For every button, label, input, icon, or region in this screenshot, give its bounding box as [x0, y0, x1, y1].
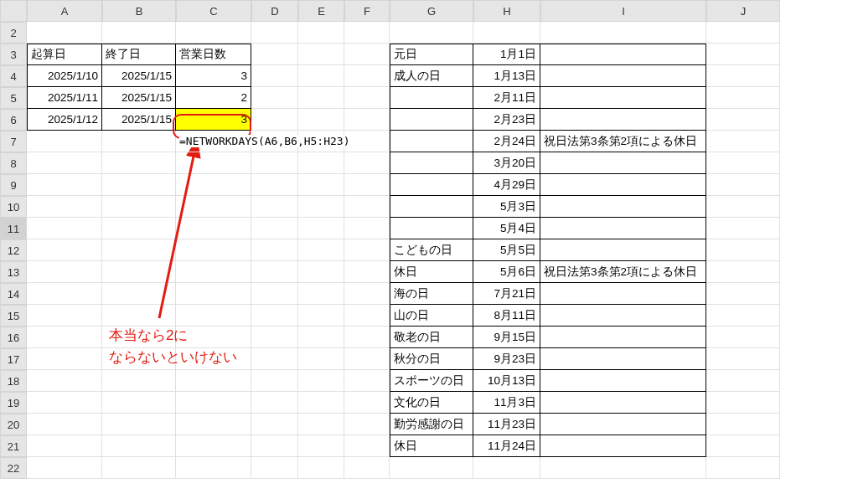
cell-C18[interactable]: [176, 370, 251, 392]
cell-A7[interactable]: [27, 131, 102, 152]
cell-D14[interactable]: [251, 283, 298, 305]
row-header-19[interactable]: 19: [0, 392, 27, 414]
row-header-7[interactable]: 7: [0, 131, 27, 152]
cell-I18[interactable]: [540, 370, 706, 392]
cell-A20[interactable]: [27, 414, 102, 435]
cell-A6[interactable]: 2025/1/12: [27, 109, 102, 131]
cell-D19[interactable]: [251, 392, 298, 414]
cell-J22[interactable]: [706, 457, 780, 479]
cell-B6[interactable]: 2025/1/15: [102, 109, 176, 131]
cell-C5[interactable]: 2: [176, 87, 251, 109]
cell-J20[interactable]: [706, 414, 780, 435]
cell-C22[interactable]: [176, 457, 251, 479]
cell-C2[interactable]: [176, 22, 251, 44]
cell-C8[interactable]: [176, 152, 251, 174]
cell-H20[interactable]: 11月23日: [473, 414, 540, 435]
cell-J10[interactable]: [706, 196, 780, 218]
cell-G3[interactable]: 元日: [390, 44, 473, 65]
row-header-10[interactable]: 10: [0, 196, 27, 218]
row-header-21[interactable]: 21: [0, 435, 27, 457]
cell-E18[interactable]: [298, 370, 344, 392]
cell-C13[interactable]: [176, 261, 251, 283]
cell-A22[interactable]: [27, 457, 102, 479]
cell-E22[interactable]: [298, 457, 344, 479]
cell-I22[interactable]: [540, 457, 706, 479]
cell-I20[interactable]: [540, 414, 706, 435]
cell-G7[interactable]: [390, 131, 473, 152]
cell-C3[interactable]: 営業日数: [176, 44, 251, 65]
cell-C19[interactable]: [176, 392, 251, 414]
col-header-C[interactable]: C: [176, 0, 251, 22]
cell-B20[interactable]: [102, 414, 176, 435]
cell-C14[interactable]: [176, 283, 251, 305]
cell-H19[interactable]: 11月3日: [473, 392, 540, 414]
cell-D2[interactable]: [251, 22, 298, 44]
cell-C20[interactable]: [176, 414, 251, 435]
col-header-A[interactable]: A: [27, 0, 102, 22]
cell-D21[interactable]: [251, 435, 298, 457]
cell-J5[interactable]: [706, 87, 780, 109]
cell-G6[interactable]: [390, 109, 473, 131]
cell-H8[interactable]: 3月20日: [473, 152, 540, 174]
cell-A12[interactable]: [27, 239, 102, 261]
cell-D12[interactable]: [251, 239, 298, 261]
cell-A14[interactable]: [27, 283, 102, 305]
cell-F6[interactable]: [344, 109, 390, 131]
cell-A9[interactable]: [27, 174, 102, 196]
cell-F13[interactable]: [344, 261, 390, 283]
col-header-I[interactable]: I: [540, 0, 706, 22]
cell-C21[interactable]: [176, 435, 251, 457]
col-header-B[interactable]: B: [102, 0, 176, 22]
select-all-corner[interactable]: [0, 0, 27, 22]
cell-H17[interactable]: 9月23日: [473, 348, 540, 370]
cell-E19[interactable]: [298, 392, 344, 414]
cell-G17[interactable]: 秋分の日: [390, 348, 473, 370]
cell-F10[interactable]: [344, 196, 390, 218]
cell-D17[interactable]: [251, 348, 298, 370]
cell-A21[interactable]: [27, 435, 102, 457]
row-header-11[interactable]: 11: [0, 218, 27, 239]
cell-H16[interactable]: 9月15日: [473, 327, 540, 348]
cell-H7[interactable]: 2月24日: [473, 131, 540, 152]
cell-B11[interactable]: [102, 218, 176, 239]
cell-H11[interactable]: 5月4日: [473, 218, 540, 239]
cell-C12[interactable]: [176, 239, 251, 261]
cell-C4[interactable]: 3: [176, 65, 251, 87]
cell-A16[interactable]: [27, 327, 102, 348]
cell-C7[interactable]: =NETWORKDAYS(A6,B6,H5:H23): [176, 131, 251, 152]
cell-B7[interactable]: [102, 131, 176, 152]
cell-J9[interactable]: [706, 174, 780, 196]
row-header-9[interactable]: 9: [0, 174, 27, 196]
cell-I10[interactable]: [540, 196, 706, 218]
cell-F21[interactable]: [344, 435, 390, 457]
cell-B4[interactable]: 2025/1/15: [102, 65, 176, 87]
cell-J8[interactable]: [706, 152, 780, 174]
cell-A5[interactable]: 2025/1/11: [27, 87, 102, 109]
row-header-16[interactable]: 16: [0, 327, 27, 348]
cell-F4[interactable]: [344, 65, 390, 87]
cell-F8[interactable]: [344, 152, 390, 174]
cell-F3[interactable]: [344, 44, 390, 65]
cell-B9[interactable]: [102, 174, 176, 196]
cell-D10[interactable]: [251, 196, 298, 218]
cell-J3[interactable]: [706, 44, 780, 65]
cell-D8[interactable]: [251, 152, 298, 174]
row-header-6[interactable]: 6: [0, 109, 27, 131]
cell-G12[interactable]: こどもの日: [390, 239, 473, 261]
row-header-22[interactable]: 22: [0, 457, 27, 479]
row-header-14[interactable]: 14: [0, 283, 27, 305]
cell-G16[interactable]: 敬老の日: [390, 327, 473, 348]
cell-I19[interactable]: [540, 392, 706, 414]
col-header-H[interactable]: H: [473, 0, 540, 22]
col-header-D[interactable]: D: [251, 0, 298, 22]
cell-B14[interactable]: [102, 283, 176, 305]
cell-E4[interactable]: [298, 65, 344, 87]
cell-F7[interactable]: [344, 131, 390, 152]
cell-E6[interactable]: [298, 109, 344, 131]
cell-J12[interactable]: [706, 239, 780, 261]
cell-G13[interactable]: 休日: [390, 261, 473, 283]
cell-I5[interactable]: [540, 87, 706, 109]
cell-J4[interactable]: [706, 65, 780, 87]
cell-D18[interactable]: [251, 370, 298, 392]
cell-J15[interactable]: [706, 305, 780, 327]
